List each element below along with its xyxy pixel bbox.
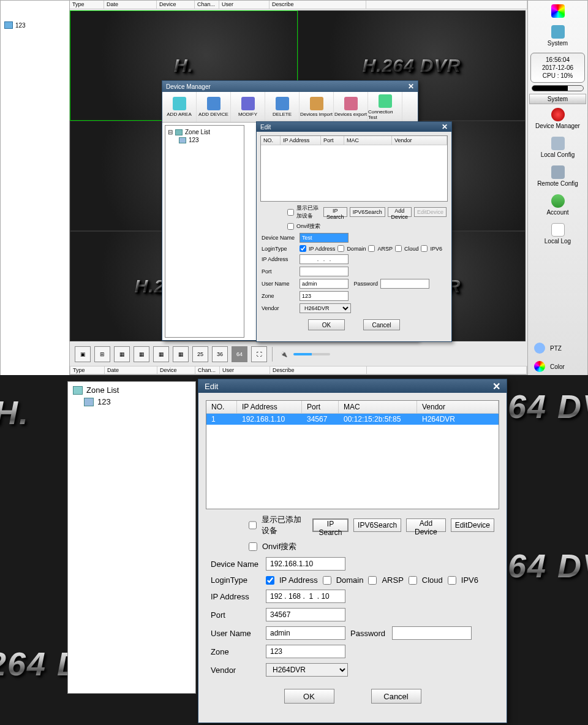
username-input[interactable] [300, 279, 349, 289]
dm-delete[interactable]: DELETE [265, 92, 300, 122]
vendor-select[interactable]: H264DVR [300, 303, 351, 313]
zone-item-root[interactable]: Zone List [70, 384, 193, 396]
col-device[interactable]: Device [157, 1, 195, 9]
add-device-button[interactable]: Add Device [406, 518, 446, 532]
layout-20[interactable]: ▦ [173, 346, 189, 362]
ip-input[interactable] [266, 590, 345, 603]
layout-64[interactable]: 64 [232, 346, 247, 362]
username-input[interactable] [266, 626, 345, 640]
close-icon[interactable]: ✕ [408, 82, 414, 91]
password-input[interactable] [392, 626, 472, 640]
th-vendor[interactable]: Vendor [392, 136, 447, 145]
fullscreen-button[interactable]: ⛶ [251, 346, 267, 362]
ipv6-search-button[interactable]: IPV6Search [353, 518, 401, 532]
dm-add-device[interactable]: ADD DEVICE [197, 92, 231, 122]
th-no[interactable]: NO. [206, 401, 237, 413]
add-device-button[interactable]: Add Device [388, 207, 412, 217]
zone-input[interactable] [300, 291, 349, 301]
layout-9[interactable]: ▦ [134, 346, 149, 362]
rp-ptz[interactable]: PTZ [528, 339, 587, 357]
th-ip[interactable]: IP Address [237, 401, 302, 413]
col-type-b[interactable]: Type [70, 366, 105, 374]
layout-4[interactable]: ⊞ [94, 346, 110, 362]
dm-add-area[interactable]: ADD AREA [162, 92, 197, 122]
th-port[interactable]: Port [302, 401, 339, 413]
ipv6-search-button[interactable]: IPV6Search [350, 207, 385, 217]
cb-ip[interactable] [266, 576, 274, 585]
col-user-b[interactable]: User [220, 366, 270, 374]
cb-show-added[interactable] [249, 521, 257, 530]
dm-import[interactable]: Devices import [300, 92, 334, 122]
zone-input[interactable] [266, 645, 345, 658]
th-ip[interactable]: IP Address [281, 136, 321, 145]
th-mac[interactable]: MAC [344, 136, 392, 145]
device-name-input[interactable] [266, 557, 345, 571]
dm-titlebar[interactable]: Device Manager ✕ [162, 81, 418, 92]
cb-ipv6[interactable] [448, 576, 456, 585]
layout-25[interactable]: 25 [192, 346, 208, 362]
cb-arsp[interactable] [368, 245, 375, 252]
col-channel[interactable]: Chan... [195, 1, 219, 9]
vendor-select[interactable]: H264DVR [266, 663, 348, 677]
port-input[interactable] [300, 267, 349, 276]
rp-local-log[interactable]: Local Log [528, 219, 587, 248]
plug-icon[interactable]: 🔌 [277, 346, 290, 362]
cb-show-added[interactable] [287, 209, 294, 216]
volume-slider[interactable] [293, 353, 330, 355]
layout-16[interactable]: ▦ [153, 346, 169, 362]
col-describe-b[interactable]: Describe [270, 366, 367, 374]
rp-system-top[interactable]: System [528, 21, 587, 50]
cb-domain[interactable] [323, 576, 331, 585]
layout-1[interactable]: ▣ [75, 346, 91, 362]
device-row-selected[interactable]: 1 192.168.1.10 34567 00:12:15:2b:5f:85 H… [206, 414, 499, 425]
ok-button[interactable]: OK [284, 689, 334, 704]
close-icon[interactable]: ✕ [442, 123, 448, 131]
layout-6[interactable]: ▦ [114, 346, 130, 362]
col-describe[interactable]: Describe [270, 1, 366, 9]
th-no[interactable]: NO. [261, 136, 281, 145]
col-type[interactable]: Type [70, 1, 104, 9]
th-port[interactable]: Port [321, 136, 344, 145]
col-user[interactable]: User [219, 1, 270, 9]
device-name-input[interactable] [300, 233, 349, 243]
ip-input[interactable] [300, 254, 349, 264]
cb-onvif[interactable] [287, 223, 294, 230]
th-mac[interactable]: MAC [339, 401, 417, 413]
rp-account[interactable]: Account [528, 191, 587, 219]
rp-remote-config[interactable]: Remote Config [528, 162, 587, 191]
th-vendor[interactable]: Vendor [417, 401, 499, 413]
col-device-b[interactable]: Device [157, 366, 195, 374]
cb-ipv6[interactable] [421, 245, 428, 252]
port-input[interactable] [266, 608, 345, 621]
rp-color-top[interactable] [528, 1, 587, 21]
dm-modify[interactable]: MODIFY [231, 92, 265, 122]
zone-item-123[interactable]: 123 [81, 396, 193, 408]
edit-large-titlebar[interactable]: Edit ✕ [198, 379, 507, 393]
tree-zone-list[interactable]: ⊟Zone List [168, 128, 241, 136]
col-date[interactable]: Date [104, 1, 157, 9]
edit-device-button[interactable]: EditDevice [451, 518, 494, 532]
cb-domain[interactable] [337, 245, 344, 252]
cb-onvif[interactable] [249, 542, 257, 551]
cb-cloud[interactable] [395, 245, 402, 252]
layout-36[interactable]: 36 [212, 346, 228, 362]
col-date-b[interactable]: Date [105, 366, 157, 374]
close-icon[interactable]: ✕ [492, 381, 500, 392]
rp-color[interactable]: Color [528, 357, 587, 376]
dm-export[interactable]: Devices export [334, 92, 368, 122]
col-channel-b[interactable]: Chan... [195, 366, 220, 374]
password-input[interactable] [380, 279, 429, 289]
cancel-button[interactable]: Cancel [363, 319, 400, 330]
cb-cloud[interactable] [409, 576, 417, 585]
cb-ip[interactable] [300, 245, 306, 252]
ip-search-button[interactable]: IP Search [312, 518, 349, 532]
cb-arsp[interactable] [368, 576, 377, 585]
tree-node-123[interactable]: 123 [3, 20, 67, 30]
dm-conn-test[interactable]: Connection Test [368, 92, 402, 122]
ip-search-button[interactable]: IP Search [323, 207, 347, 217]
tree-toggle[interactable]: ⊟ [168, 129, 173, 135]
cancel-button[interactable]: Cancel [371, 689, 421, 704]
tree-zone-123[interactable]: 123 [179, 136, 241, 144]
rp-local-config[interactable]: Local Config [528, 133, 587, 162]
ok-button[interactable]: OK [308, 319, 345, 330]
